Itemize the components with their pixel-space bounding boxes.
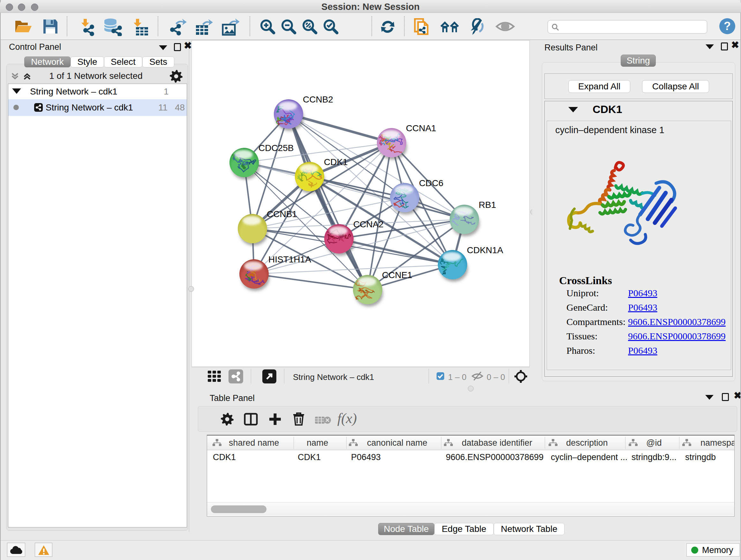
svg-text:CDKN1A: CDKN1A xyxy=(467,245,503,255)
svg-text:RB1: RB1 xyxy=(479,200,496,210)
svg-text:CCNB1: CCNB1 xyxy=(267,209,297,219)
svg-text:CDC25B: CDC25B xyxy=(259,143,293,153)
svg-text:CCNA1: CCNA1 xyxy=(406,123,436,133)
svg-text:CDK1: CDK1 xyxy=(324,157,348,167)
svg-text:CCNB2: CCNB2 xyxy=(303,95,333,105)
svg-text:CDC6: CDC6 xyxy=(419,178,443,188)
svg-text:CCNE1: CCNE1 xyxy=(382,270,412,280)
svg-text:HIST1H1A: HIST1H1A xyxy=(268,254,311,264)
svg-text:CCNA2: CCNA2 xyxy=(353,219,384,229)
